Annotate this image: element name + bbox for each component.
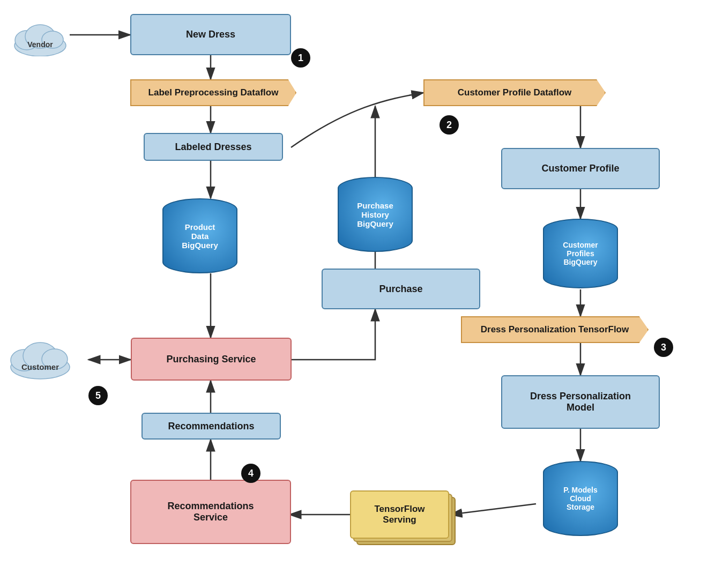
purchase-history-label: Purchase History BigQuery xyxy=(357,201,393,228)
badge-4: 4 xyxy=(241,464,260,483)
recommendations-label: Recommendations xyxy=(168,421,254,432)
badge-3: 3 xyxy=(654,338,673,357)
dress-personalization-tf-shape: Dress Personalization TensorFlow xyxy=(461,316,649,343)
new-dress-box: New Dress xyxy=(130,14,291,55)
p-models-cloud-storage: P. Models Cloud Storage xyxy=(543,461,618,536)
tensorflow-serving-label: TensorFlow Serving xyxy=(374,504,424,525)
customer-profile-box: Customer Profile xyxy=(501,148,660,189)
svg-text:Customer: Customer xyxy=(21,362,59,371)
customer-profile-label: Customer Profile xyxy=(541,163,619,174)
vendor-cloud: Vendor xyxy=(11,16,70,56)
customer-cloud: Customer xyxy=(5,332,75,381)
labeled-dresses-label: Labeled Dresses xyxy=(175,142,251,153)
recommendations-service-label: Recommendations Service xyxy=(167,501,254,523)
customer-profile-dataflow-label: Customer Profile Dataflow xyxy=(458,87,572,98)
tensorflow-serving-front: TensorFlow Serving xyxy=(350,490,449,539)
purchase-history-bigquery: Purchase History BigQuery xyxy=(338,177,413,252)
recommendations-box: Recommendations xyxy=(141,413,281,440)
purchase-label: Purchase xyxy=(379,284,422,295)
product-data-label: Product Data BigQuery xyxy=(182,222,218,250)
product-data-bigquery: Product Data BigQuery xyxy=(162,198,237,273)
badge-5: 5 xyxy=(88,386,108,405)
diagram: Vendor New Dress 1 Label Preprocessing D… xyxy=(0,0,715,588)
label-preprocessing-label: Label Preprocessing Dataflow xyxy=(148,87,279,98)
dress-personalization-model-box: Dress Personalization Model xyxy=(501,375,660,429)
svg-line-12 xyxy=(450,504,536,515)
purchase-box: Purchase xyxy=(322,269,480,309)
new-dress-label: New Dress xyxy=(186,29,235,40)
purchasing-service-box: Purchasing Service xyxy=(131,338,292,381)
purchasing-service-label: Purchasing Service xyxy=(166,354,256,365)
p-models-label: P. Models Cloud Storage xyxy=(563,486,598,511)
recommendations-service-box: Recommendations Service xyxy=(130,480,291,544)
labeled-dresses-box: Labeled Dresses xyxy=(144,133,283,161)
badge-1: 1 xyxy=(291,48,310,68)
dress-personalization-tf-label: Dress Personalization TensorFlow xyxy=(481,324,629,335)
svg-text:Vendor: Vendor xyxy=(27,40,53,49)
customer-profiles-label: Customer Profiles BigQuery xyxy=(563,241,598,266)
dress-personalization-model-label: Dress Personalization Model xyxy=(530,391,631,413)
badge-2: 2 xyxy=(440,115,459,135)
customer-profile-dataflow-shape: Customer Profile Dataflow xyxy=(423,79,606,106)
label-preprocessing-shape: Label Preprocessing Dataflow xyxy=(130,79,296,106)
customer-profiles-bigquery: Customer Profiles BigQuery xyxy=(543,219,618,288)
